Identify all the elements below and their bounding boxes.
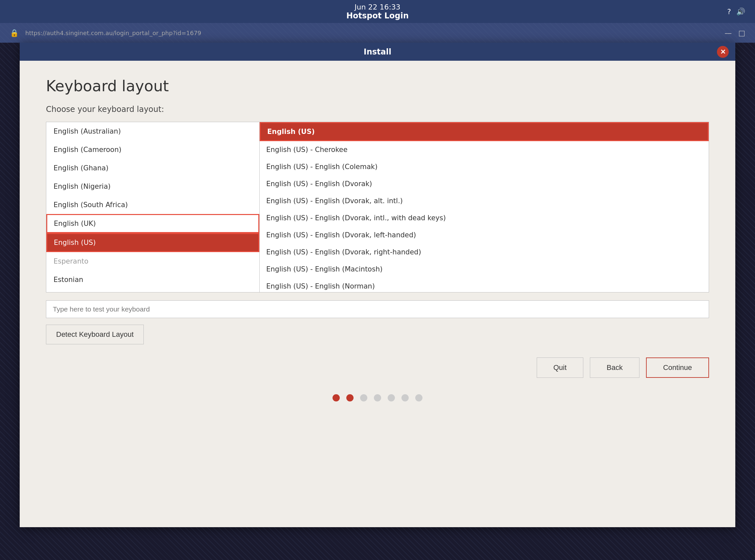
- bottom-navigation: Quit Back Continue: [46, 358, 709, 384]
- window-title: Install: [364, 47, 391, 57]
- right-item[interactable]: English (US) - English (Dvorak): [260, 175, 709, 192]
- layout-panels: English (Australian) English (Cameroon) …: [46, 122, 709, 293]
- continue-button[interactable]: Continue: [646, 358, 709, 378]
- right-item[interactable]: English (US) - English (Dvorak, right-ha…: [260, 244, 709, 261]
- list-item[interactable]: Faroese: [46, 289, 259, 292]
- progress-dot-3: [360, 394, 367, 401]
- right-item-english-us[interactable]: English (US): [260, 122, 709, 141]
- back-button[interactable]: Back: [590, 358, 639, 378]
- progress-dot-1: [333, 394, 340, 401]
- volume-icon[interactable]: 🔊: [736, 7, 745, 16]
- right-item[interactable]: English (US) - English (Norman): [260, 278, 709, 292]
- progress-indicator: [46, 394, 709, 421]
- page-subtitle: Choose your keyboard layout:: [46, 105, 709, 114]
- window-titlebar: Install ✕: [20, 43, 735, 61]
- variant-list-panel: English (US) English (US) - Cherokee Eng…: [260, 122, 709, 292]
- close-button[interactable]: ✕: [717, 46, 729, 58]
- install-window: Install ✕ Keyboard layout Choose your ke…: [20, 43, 735, 527]
- taskbar-center: Jun 22 16:33 Hotspot Login: [346, 3, 409, 20]
- quit-button[interactable]: Quit: [537, 358, 583, 378]
- progress-dot-4: [374, 394, 381, 401]
- progress-dot-5: [388, 394, 395, 401]
- list-item[interactable]: English (Nigeria): [46, 177, 259, 196]
- question-icon[interactable]: ?: [727, 7, 731, 16]
- progress-dot-2: [346, 394, 354, 401]
- list-item[interactable]: English (Ghana): [46, 159, 259, 177]
- right-item[interactable]: English (US) - English (Dvorak, intl., w…: [260, 209, 709, 226]
- right-item[interactable]: English (US) - English (Colemak): [260, 158, 709, 175]
- progress-dot-6: [401, 394, 409, 401]
- list-item-english-us[interactable]: English (US): [46, 233, 259, 252]
- list-item[interactable]: English (Cameroon): [46, 140, 259, 159]
- list-item[interactable]: Esperanto: [46, 252, 259, 271]
- app-title: Hotspot Login: [346, 11, 409, 20]
- right-item[interactable]: English (US) - English (Dvorak, alt. int…: [260, 192, 709, 209]
- test-keyboard-container: [46, 300, 709, 318]
- list-item[interactable]: English (Australian): [46, 122, 259, 140]
- detect-keyboard-button[interactable]: Detect Keyboard Layout: [46, 325, 144, 344]
- right-item[interactable]: English (US) - English (Macintosh): [260, 261, 709, 278]
- language-list-panel: English (Australian) English (Cameroon) …: [46, 122, 260, 292]
- close-icon: ✕: [720, 48, 726, 56]
- page-title: Keyboard layout: [46, 77, 709, 95]
- progress-dot-7: [415, 394, 422, 401]
- right-item[interactable]: English (US) - Cherokee: [260, 141, 709, 158]
- test-keyboard-input[interactable]: [53, 305, 702, 313]
- datetime-display: Jun 22 16:33: [355, 3, 400, 11]
- list-item[interactable]: Estonian: [46, 271, 259, 289]
- list-item[interactable]: English (South Africa): [46, 196, 259, 214]
- main-content: Keyboard layout Choose your keyboard lay…: [20, 61, 735, 434]
- right-item[interactable]: English (US) - English (Dvorak, left-han…: [260, 226, 709, 244]
- taskbar-right-icons: ? 🔊: [727, 7, 745, 16]
- list-item-english-uk[interactable]: English (UK): [46, 214, 259, 233]
- taskbar: Jun 22 16:33 Hotspot Login ? 🔊: [0, 0, 755, 23]
